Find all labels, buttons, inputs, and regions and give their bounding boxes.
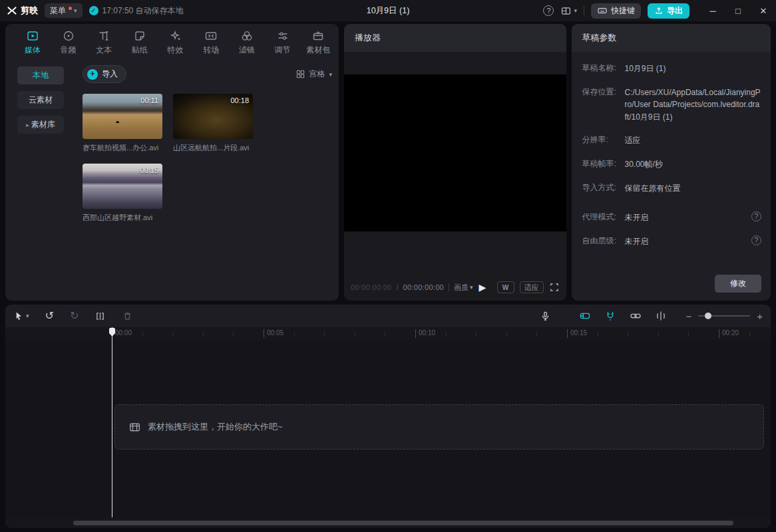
field-value: 未开启 [625, 211, 746, 224]
media-item[interactable]: 00:15 西部山区越野素材.avi [83, 164, 162, 223]
link-icon [630, 310, 642, 322]
media-content: + 导入 宫格 ▾ 00:11 [75, 57, 339, 301]
tab-material-pack[interactable]: 素材包 [300, 27, 336, 57]
field-value: 保留在原有位置 [625, 182, 761, 195]
chevron-right-icon: ▸ [26, 122, 29, 128]
ruler-tick: 00:10 [415, 329, 435, 338]
play-button[interactable]: ▶ [478, 282, 488, 293]
record-voiceover-button[interactable] [540, 311, 551, 322]
ruler-tick: 00:20 [719, 329, 739, 338]
select-tool-button[interactable]: ▾ [13, 311, 29, 322]
field-proxy-mode: 代理模式: 未开启 ? [582, 211, 761, 224]
tab-audio[interactable]: 音频 [51, 27, 87, 57]
filter-icon [240, 29, 254, 43]
import-button[interactable]: + 导入 [83, 65, 126, 83]
timeline-scrollbar-thumb[interactable] [73, 521, 733, 525]
zoom-in-button[interactable]: + [757, 311, 763, 321]
playhead-line[interactable] [112, 327, 112, 517]
close-button[interactable]: ✕ [751, 0, 776, 21]
tab-label: 调节 [275, 45, 291, 56]
modify-button[interactable]: 修改 [715, 275, 761, 293]
shortcuts-button[interactable]: 快捷键 [591, 3, 641, 19]
library-nav-cloud[interactable]: 云素材 [17, 91, 64, 109]
keyboard-icon [597, 5, 608, 16]
help-button[interactable]: ? [543, 5, 554, 16]
modify-label: 修改 [730, 279, 746, 288]
menu-notification-dot [69, 7, 72, 10]
tab-effects[interactable]: 特效 [158, 27, 194, 57]
asset-tabbar: 媒体 音频 文本 贴纸 [5, 24, 339, 57]
view-mode-label: 宫格 [309, 68, 325, 80]
time-separator: / [397, 283, 399, 291]
timeline-ruler[interactable]: 00:00 00:05 00:10 00:15 00:20 [5, 327, 771, 340]
tab-filters[interactable]: 滤镜 [229, 27, 265, 57]
canvas-fit-button[interactable]: 适应 [520, 281, 544, 293]
layout-switch-button[interactable]: ▾ [560, 5, 577, 17]
export-button[interactable]: 导出 [648, 3, 689, 19]
trash-icon [122, 311, 133, 322]
undo-button[interactable]: ↺ [45, 311, 54, 321]
help-icon[interactable]: ? [751, 235, 761, 245]
timeline-tracks[interactable]: 素材拖拽到这里，开始你的大作吧~ [5, 340, 771, 517]
library-nav-label: 素材库 [31, 119, 55, 130]
jianying-logo-icon [7, 5, 17, 16]
video-thumbnail: 00:15 [83, 164, 162, 209]
field-label: 草稿帧率: [582, 158, 625, 170]
tab-media[interactable]: 媒体 [15, 27, 51, 57]
video-thumbnail: 00:18 [173, 94, 253, 139]
video-duration: 00:18 [230, 96, 249, 104]
titlebar-divider [584, 6, 584, 15]
video-title: 西部山区越野素材.avi [83, 213, 162, 223]
help-icon[interactable]: ? [751, 211, 761, 221]
maximize-button[interactable]: □ [725, 0, 751, 21]
field-label: 草稿名称: [582, 63, 625, 74]
current-time: 00:00:00:00 [351, 283, 391, 291]
window-controls: ─ □ ✕ [700, 0, 776, 21]
delete-button[interactable] [122, 311, 133, 322]
effects-icon [169, 29, 182, 43]
media-item[interactable]: 00:11 赛车航拍视频...办公.avi [83, 94, 162, 153]
quality-dropdown[interactable]: 画质 ▾ [454, 283, 473, 293]
tab-text[interactable]: 文本 [86, 27, 122, 57]
fit-label: 适应 [524, 283, 539, 291]
fullscreen-button[interactable] [549, 282, 560, 293]
preview-axis-toggle[interactable] [655, 310, 667, 322]
tab-adjust[interactable]: 调节 [265, 27, 301, 57]
empty-track-dropzone[interactable]: 素材拖拽到这里，开始你的大作吧~ [114, 404, 764, 450]
media-icon [26, 29, 39, 43]
redo-button[interactable]: ↻ [70, 311, 79, 321]
draft-params-panel: 草稿参数 草稿名称: 10月9日 (1) 保存位置: C:/Users/XU/A… [572, 24, 771, 301]
tab-sticker[interactable]: 贴纸 [122, 27, 158, 57]
zoom-out-button[interactable]: − [685, 311, 691, 321]
transition-icon [204, 29, 218, 43]
library-nav-stock[interactable]: ▸ 素材库 [17, 116, 64, 134]
video-canvas[interactable] [344, 74, 566, 231]
timeline-scrollbar [5, 520, 771, 526]
field-save-location: 保存位置: C:/Users/XU/AppData/Local/Jianying… [582, 86, 761, 124]
export-label: 导出 [667, 5, 683, 17]
zoom-slider[interactable] [698, 315, 750, 317]
quality-label: 画质 [454, 283, 469, 293]
menu-button[interactable]: 菜单 ▾ [45, 3, 83, 18]
video-thumbnail: 00:11 [83, 94, 162, 139]
player-body: 00:00:00:00 / 00:00:00:00 画质 ▾ ▶ W 适应 [344, 52, 566, 301]
cursor-icon [13, 311, 25, 322]
linkage-toggle[interactable] [630, 310, 642, 322]
library-nav-local[interactable]: 本地 [17, 66, 64, 84]
player-title: 播放器 [355, 32, 381, 44]
video-title: 赛车航拍视频...办公.avi [83, 143, 162, 153]
ruler-tick: 00:05 [264, 329, 284, 338]
minimize-button[interactable]: ─ [700, 0, 725, 21]
autosave-check-icon: ✓ [89, 6, 98, 15]
media-grid: 00:11 赛车航拍视频...办公.avi 00:18 山区远航航拍...片段.… [83, 94, 332, 223]
player-header: 播放器 [344, 24, 566, 52]
import-label: 导入 [102, 68, 118, 80]
view-mode-dropdown[interactable]: 宫格 ▾ [295, 68, 333, 80]
split-button[interactable] [95, 311, 106, 322]
media-item[interactable]: 00:18 山区远航航拍...片段.avi [173, 94, 253, 153]
scope-button[interactable]: W [497, 281, 514, 293]
auto-snap-toggle[interactable] [604, 310, 616, 322]
zoom-slider-knob[interactable] [705, 313, 711, 319]
main-track-magnet-toggle[interactable] [579, 310, 591, 322]
tab-transitions[interactable]: 转场 [193, 27, 229, 57]
